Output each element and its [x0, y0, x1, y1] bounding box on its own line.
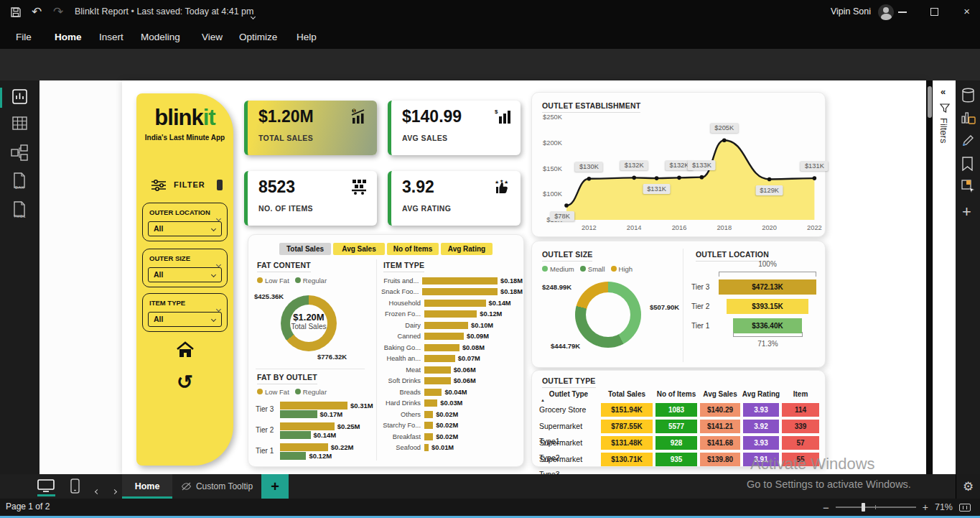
- filters-pane-label[interactable]: Filters: [938, 118, 949, 143]
- kpi-avg-sales[interactable]: $140.99 AVG SALES $: [388, 101, 521, 155]
- table-value-cell[interactable]: 339: [782, 420, 819, 433]
- zoom-in-icon[interactable]: +: [923, 501, 928, 513]
- table-value-cell[interactable]: $139.80: [700, 453, 740, 466]
- table-value-cell[interactable]: 1083: [655, 403, 697, 417]
- table-value-cell[interactable]: 57: [782, 436, 819, 450]
- fat-by-outlet-bar[interactable]: [280, 410, 317, 418]
- table-value-cell[interactable]: $141.21: [700, 420, 740, 433]
- item-type-bar[interactable]: [424, 422, 433, 429]
- bookmarks-icon[interactable]: [961, 157, 974, 171]
- tab-avg-sales[interactable]: Avg Sales: [333, 243, 385, 255]
- data-point[interactable]: [677, 176, 681, 180]
- format-pane-icon[interactable]: [961, 134, 976, 148]
- outer-location-dropdown[interactable]: All: [148, 221, 222, 236]
- slicer-outer-size[interactable]: OUTER SIZE All: [142, 249, 228, 287]
- item-type-bar[interactable]: [424, 433, 433, 440]
- table-value-cell[interactable]: $787.55K: [601, 420, 653, 433]
- data-point[interactable]: [700, 175, 704, 180]
- data-point[interactable]: [632, 176, 636, 180]
- avatar[interactable]: [878, 4, 894, 20]
- model-view-icon[interactable]: [11, 144, 29, 161]
- tab-no-of-items[interactable]: No of Items: [387, 243, 439, 255]
- item-type-bar[interactable]: [424, 389, 442, 396]
- data-point[interactable]: [813, 176, 817, 180]
- item-type-bar[interactable]: [422, 277, 498, 285]
- table-value-cell[interactable]: $131.48K: [601, 436, 653, 450]
- item-type-dropdown[interactable]: All: [148, 312, 222, 327]
- menu-home[interactable]: Home: [55, 25, 82, 49]
- table-header[interactable]: Avg Sales: [699, 388, 742, 401]
- fat-by-outlet-bar[interactable]: [280, 443, 328, 451]
- scrollbar-thumb[interactable]: [928, 86, 932, 118]
- menu-view[interactable]: View: [202, 25, 223, 49]
- build-visual-icon[interactable]: [961, 111, 976, 125]
- table-value-cell[interactable]: 5577: [655, 420, 697, 433]
- data-point[interactable]: [564, 203, 569, 208]
- fat-by-outlet-bar[interactable]: [280, 402, 347, 410]
- table-header[interactable]: Outlet Type: [538, 388, 599, 401]
- zoom-out-icon[interactable]: −: [823, 501, 829, 514]
- kpi-no-of-items[interactable]: 8523 NO. OF ITEMS: [244, 171, 377, 226]
- item-type-bar[interactable]: [424, 322, 468, 329]
- save-icon[interactable]: [10, 6, 22, 18]
- data-point[interactable]: [655, 176, 659, 180]
- outlet-size-donut[interactable]: [575, 282, 641, 348]
- slicer-item-type[interactable]: ITEM TYPE All: [142, 293, 228, 332]
- title-chevron-icon[interactable]: [251, 9, 255, 22]
- table-view-icon[interactable]: [12, 116, 27, 130]
- table-value-cell[interactable]: $151.94K: [601, 403, 653, 417]
- minimize-button[interactable]: [898, 11, 907, 13]
- item-type-bar[interactable]: [424, 344, 459, 351]
- next-page-icon[interactable]: [113, 484, 116, 496]
- undo-icon[interactable]: ↶: [32, 4, 42, 19]
- user-name[interactable]: Vipin Soni: [831, 6, 871, 17]
- table-header[interactable]: Avg Rating: [742, 388, 780, 401]
- menu-modeling[interactable]: Modeling: [141, 25, 180, 49]
- tab-total-sales[interactable]: Total Sales: [279, 243, 331, 255]
- page-tab-home[interactable]: Home: [122, 474, 172, 499]
- table-header[interactable]: Total Sales: [599, 388, 654, 401]
- item-type-bar[interactable]: [424, 333, 464, 340]
- prev-page-icon[interactable]: [95, 484, 99, 496]
- item-type-bar[interactable]: [424, 310, 477, 318]
- kpi-avg-rating[interactable]: 3.92 AVG RATING ★★★: [388, 171, 521, 226]
- close-button[interactable]: ×: [963, 5, 970, 17]
- data-pane-icon[interactable]: [961, 88, 975, 103]
- canvas-scrollbar[interactable]: [926, 80, 933, 474]
- report-view-icon[interactable]: [12, 89, 27, 104]
- item-type-bar[interactable]: [424, 444, 429, 451]
- menu-insert[interactable]: Insert: [99, 25, 123, 49]
- table-value-cell[interactable]: 3.93: [743, 436, 779, 450]
- home-icon[interactable]: [176, 341, 195, 359]
- selection-pane-icon[interactable]: [961, 180, 976, 194]
- funnel-bar[interactable]: $393.15K: [727, 299, 808, 314]
- expand-filters-icon[interactable]: «: [941, 86, 946, 97]
- report-title[interactable]: BlinkIt Report • Last saved: Today at 4:…: [75, 6, 253, 17]
- settings-gear-icon[interactable]: ⚙: [956, 474, 980, 499]
- table-value-cell[interactable]: $130.71K: [601, 453, 653, 466]
- item-type-bar[interactable]: [424, 366, 451, 374]
- item-type-bar[interactable]: [424, 300, 486, 307]
- data-point[interactable]: [722, 138, 727, 142]
- outlet-type-cell[interactable]: Supermarket Type1: [538, 419, 599, 434]
- table-value-cell[interactable]: $140.29: [700, 403, 740, 417]
- fit-to-page-icon[interactable]: [959, 504, 971, 512]
- outlet-type-cell[interactable]: Supermarket Type2: [538, 435, 599, 450]
- outlet-type-cell[interactable]: Supermarket Type3: [538, 452, 599, 467]
- outlet-type-cell[interactable]: Grocery Store: [538, 402, 599, 417]
- item-type-bar[interactable]: [424, 399, 437, 407]
- table-header[interactable]: Item Visibility: [780, 388, 821, 401]
- funnel-bar[interactable]: $472.13K: [719, 279, 816, 295]
- add-page-button[interactable]: +: [261, 474, 289, 499]
- item-type-bar[interactable]: [424, 411, 433, 418]
- funnel-bar[interactable]: $336.40K: [733, 318, 803, 333]
- desktop-view-icon[interactable]: [37, 479, 55, 492]
- maximize-button[interactable]: [930, 8, 938, 16]
- menu-file[interactable]: File: [16, 25, 32, 49]
- kpi-total-sales[interactable]: $1.20M TOTAL SALES $: [244, 101, 377, 155]
- mobile-view-icon[interactable]: [70, 478, 80, 494]
- fat-by-outlet-bar[interactable]: [280, 431, 311, 439]
- table-value-cell[interactable]: 114: [782, 403, 819, 417]
- table-value-cell[interactable]: 3.93: [743, 403, 779, 417]
- item-type-bar[interactable]: [424, 377, 451, 384]
